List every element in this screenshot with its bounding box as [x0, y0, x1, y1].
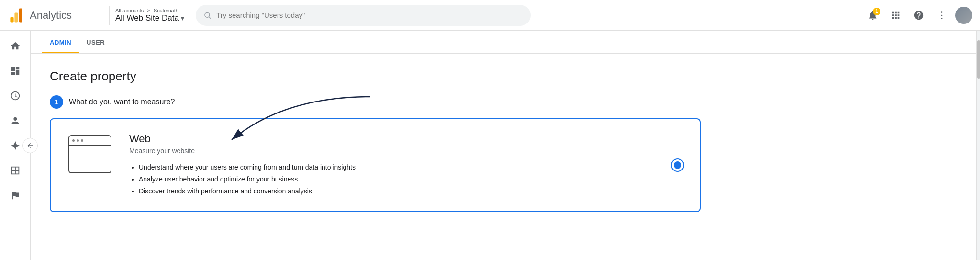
- radio-inner: [674, 161, 681, 169]
- browser-dot-1: [72, 139, 75, 142]
- account-info[interactable]: All accounts > Scalemath All Web Site Da…: [115, 8, 184, 23]
- svg-point-4: [941, 11, 943, 13]
- sidebar-item-behavior[interactable]: [4, 159, 27, 182]
- nav-divider: [109, 6, 110, 25]
- logo-area: Analytics: [8, 7, 103, 24]
- sidebar-item-conversions[interactable]: [4, 184, 27, 207]
- card-bullets: Understand where your users are coming f…: [129, 161, 684, 198]
- account-breadcrumb: All accounts > Scalemath: [115, 8, 184, 13]
- step-label: What do you want to measure?: [69, 98, 175, 106]
- browser-dot-2: [77, 139, 79, 142]
- browser-dot-3: [81, 139, 83, 142]
- web-card-radio[interactable]: [671, 158, 684, 172]
- page-content: Create property 1 What do you want to me…: [31, 54, 976, 227]
- help-button[interactable]: [909, 6, 928, 25]
- sparkle-icon: [10, 140, 21, 151]
- sidebar-item-realtime[interactable]: [4, 84, 27, 107]
- bullet-2: Analyze user behavior and optimize for y…: [139, 173, 684, 185]
- sidebar-item-home[interactable]: [4, 34, 27, 57]
- search-icon: [203, 11, 212, 20]
- bullet-1: Understand where your users are coming f…: [139, 161, 684, 173]
- scrollbar-thumb: [977, 40, 980, 79]
- search-input[interactable]: [216, 11, 523, 19]
- person-icon: [10, 115, 21, 126]
- browser-icon: [68, 135, 111, 173]
- tab-admin[interactable]: ADMIN: [42, 33, 79, 53]
- dots-icon: [936, 10, 947, 21]
- more-options-button[interactable]: [932, 6, 951, 25]
- main-layout: ADMIN USER Create property 1 What do you…: [0, 31, 980, 260]
- user-avatar[interactable]: [955, 7, 972, 24]
- sidebar-item-dashboard[interactable]: [4, 59, 27, 82]
- bullet-3: Discover trends with performance and con…: [139, 185, 684, 197]
- property-selector[interactable]: All Web Site Data ▾: [115, 13, 184, 23]
- svg-rect-1: [14, 12, 18, 22]
- notifications-button[interactable]: 1: [863, 6, 882, 25]
- dropdown-arrow-icon: ▾: [181, 14, 184, 22]
- analytics-logo: [8, 7, 25, 24]
- svg-point-6: [941, 18, 943, 19]
- search-bar[interactable]: [196, 5, 531, 26]
- flag-icon: [10, 190, 21, 201]
- sidebar: [0, 31, 31, 260]
- card-text: Web Measure your website Understand wher…: [129, 133, 684, 198]
- option-card-wrapper: Web Measure your website Understand wher…: [50, 118, 957, 212]
- scrollbar[interactable]: [976, 31, 980, 260]
- step-badge: 1: [50, 95, 63, 109]
- web-option-card[interactable]: Web Measure your website Understand wher…: [50, 118, 701, 212]
- page-title: Create property: [50, 69, 957, 84]
- card-subtitle: Measure your website: [129, 147, 684, 155]
- apps-button[interactable]: [886, 6, 905, 25]
- notification-badge: 1: [873, 8, 880, 15]
- svg-point-5: [941, 14, 943, 16]
- card-icon-area: [66, 133, 114, 176]
- top-bar-actions: 1: [863, 6, 972, 25]
- step-row: 1 What do you want to measure?: [50, 95, 957, 109]
- browser-titlebar: [69, 136, 111, 146]
- card-title: Web: [129, 133, 684, 145]
- dashboard-icon: [10, 66, 21, 76]
- clock-icon: [10, 90, 21, 101]
- radio-outer: [671, 158, 684, 172]
- tabs-bar: ADMIN USER: [31, 31, 976, 54]
- app-title: Analytics: [30, 9, 72, 22]
- top-bar: Analytics All accounts > Scalemath All W…: [0, 0, 980, 31]
- tab-user[interactable]: USER: [79, 33, 112, 53]
- svg-rect-2: [19, 8, 22, 22]
- sidebar-item-audience[interactable]: [4, 109, 27, 132]
- grid-icon: [891, 10, 901, 21]
- back-arrow-icon: [26, 142, 34, 149]
- help-icon: [913, 10, 924, 21]
- table-icon: [10, 165, 21, 176]
- home-icon: [10, 41, 21, 51]
- svg-rect-0: [10, 17, 13, 22]
- sidebar-toggle-button[interactable]: [22, 138, 38, 153]
- content-area: ADMIN USER Create property 1 What do you…: [31, 31, 976, 260]
